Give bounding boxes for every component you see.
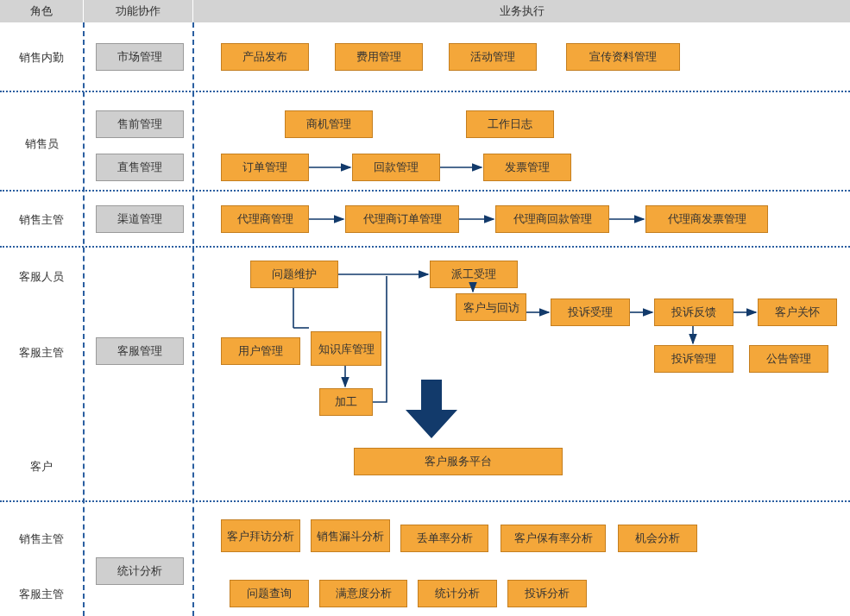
hline-3 bbox=[0, 246, 850, 248]
box-processing: 加工 bbox=[319, 388, 373, 416]
box-complaint-mgmt: 投诉管理 bbox=[654, 345, 734, 373]
box-activity-mgmt: 活动管理 bbox=[449, 43, 537, 71]
box-satisfaction: 满意度分析 bbox=[319, 580, 407, 607]
box-complaint-feedback: 投诉反馈 bbox=[654, 299, 734, 326]
hline-4 bbox=[0, 500, 850, 502]
role-service-manager: 客服主管 bbox=[0, 345, 83, 361]
box-lost-rate: 丢单率分析 bbox=[400, 525, 488, 552]
box-materials-mgmt: 宣传资料管理 bbox=[566, 43, 680, 71]
down-arrow-icon bbox=[406, 380, 457, 440]
box-dispatch: 派工受理 bbox=[430, 261, 518, 288]
box-notice-mgmt: 公告管理 bbox=[749, 345, 828, 373]
box-complaint-accept: 投诉受理 bbox=[551, 299, 630, 326]
func-stats: 统计分析 bbox=[96, 557, 184, 585]
box-service-platform: 客户服务平台 bbox=[354, 448, 563, 475]
box-issue-query: 问题查询 bbox=[230, 580, 309, 607]
box-opportunity: 商机管理 bbox=[285, 110, 373, 138]
box-invoice-mgmt: 发票管理 bbox=[483, 154, 571, 181]
role-service-staff: 客服人员 bbox=[0, 269, 83, 285]
role-salesperson: 销售员 bbox=[0, 136, 83, 152]
diagram-canvas: 角色 功能协作 业务执行 销售内勤 销售员 销售主管 客服人员 客服主管 客户 … bbox=[0, 0, 850, 616]
box-order-mgmt: 订单管理 bbox=[221, 154, 309, 181]
box-agent-payment-mgmt: 代理商回款管理 bbox=[495, 205, 609, 233]
box-customer-visit: 客户与回访 bbox=[456, 293, 526, 321]
header-func: 功能协作 bbox=[84, 0, 193, 22]
vline-1 bbox=[83, 22, 85, 616]
vline-2 bbox=[192, 22, 194, 616]
box-agent-order-mgmt: 代理商订单管理 bbox=[345, 205, 459, 233]
box-funnel-analysis: 销售漏斗分析 bbox=[311, 519, 390, 552]
box-user-mgmt: 用户管理 bbox=[221, 337, 300, 365]
box-expense-mgmt: 费用管理 bbox=[335, 43, 423, 71]
box-agent-mgmt: 代理商管理 bbox=[221, 205, 309, 233]
role-sales-manager: 销售主管 bbox=[0, 212, 83, 228]
func-channel: 渠道管理 bbox=[96, 205, 184, 233]
header-exec: 业务执行 bbox=[193, 0, 850, 22]
svg-marker-0 bbox=[406, 380, 457, 438]
box-payment-mgmt: 回款管理 bbox=[352, 154, 440, 181]
role-customer: 客户 bbox=[0, 459, 83, 475]
func-direct: 直售管理 bbox=[96, 154, 184, 181]
box-customer-care: 客户关怀 bbox=[758, 299, 837, 326]
func-market: 市场管理 bbox=[96, 43, 184, 71]
func-service: 客服管理 bbox=[96, 337, 184, 365]
box-retention: 客户保有率分析 bbox=[501, 525, 606, 552]
box-opp-analysis: 机会分析 bbox=[618, 525, 697, 552]
box-worklog: 工作日志 bbox=[466, 110, 554, 138]
role-service-manager-2: 客服主管 bbox=[0, 587, 83, 602]
box-visit-analysis: 客户拜访分析 bbox=[221, 519, 300, 552]
hline-1 bbox=[0, 91, 850, 92]
box-issue-maint: 问题维护 bbox=[250, 261, 338, 288]
box-complaint-analysis: 投诉分析 bbox=[507, 580, 587, 607]
header-role: 角色 bbox=[0, 0, 84, 22]
box-kb-mgmt: 知识库管理 bbox=[311, 331, 381, 366]
box-agent-invoice-mgmt: 代理商发票管理 bbox=[645, 205, 768, 233]
role-sales-clerk: 销售内勤 bbox=[0, 50, 83, 66]
hline-2 bbox=[0, 190, 850, 192]
box-product-release: 产品发布 bbox=[221, 43, 309, 71]
role-sales-manager-2: 销售主管 bbox=[0, 531, 83, 547]
func-presale: 售前管理 bbox=[96, 110, 184, 138]
box-stat-analysis: 统计分析 bbox=[418, 580, 497, 607]
